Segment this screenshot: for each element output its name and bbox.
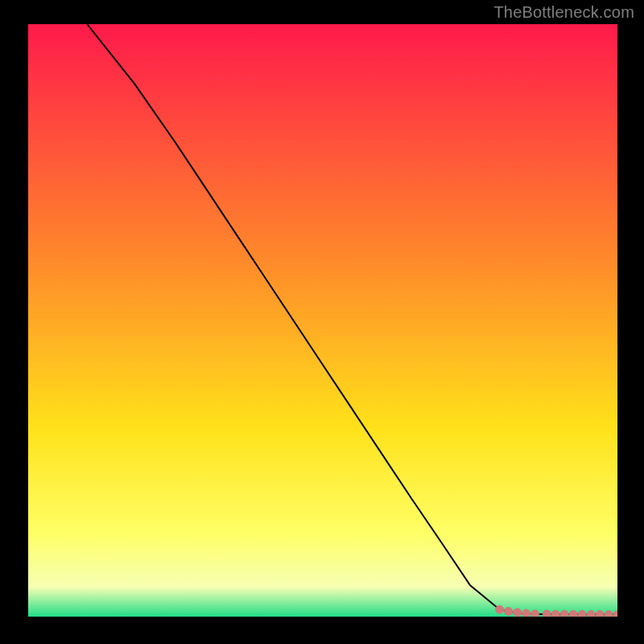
data-point	[522, 609, 530, 617]
attribution-text: TheBottleneck.com	[493, 3, 634, 22]
gradient-background	[28, 24, 617, 617]
data-point	[569, 610, 577, 617]
bottleneck-chart	[28, 24, 617, 617]
data-point	[543, 610, 551, 617]
data-point	[496, 605, 504, 613]
data-point	[551, 610, 559, 617]
data-point	[514, 609, 522, 617]
data-point	[578, 610, 586, 617]
data-point	[596, 610, 604, 617]
data-point	[587, 610, 595, 617]
chart-stage: TheBottleneck.com	[0, 0, 644, 644]
chart-svg	[28, 24, 617, 617]
data-point	[505, 607, 513, 615]
data-point	[531, 610, 539, 617]
data-point	[605, 611, 613, 617]
data-point	[560, 610, 568, 617]
